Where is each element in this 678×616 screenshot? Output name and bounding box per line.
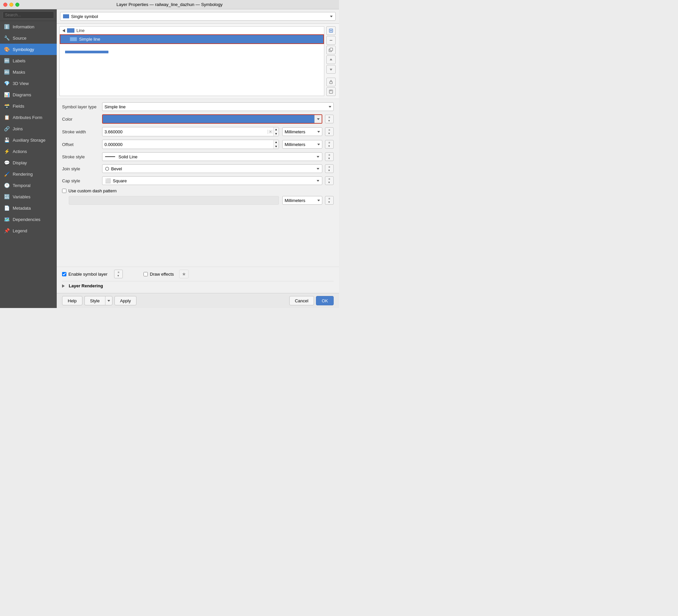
offset-down-button[interactable]: ▼	[274, 144, 278, 149]
color-dropdown-button[interactable]	[314, 115, 322, 123]
footer-right-buttons: Cancel OK	[289, 296, 334, 305]
sidebar-item-attributes[interactable]: 📋 Attributes Form	[0, 112, 57, 123]
sidebar-item-labels[interactable]: 🔤 Labels	[0, 55, 57, 66]
stroke-width-spinner: ▲ ▼	[273, 127, 278, 136]
layer-rendering-collapse-icon	[62, 284, 65, 288]
offset-input[interactable]	[103, 141, 273, 148]
variables-icon: 🔣	[3, 193, 10, 200]
sidebar-label-joins: Joins	[13, 126, 23, 131]
symbol-tree-simpleline-row[interactable]: Simple line	[60, 34, 324, 44]
sidebar-label-labels: Labels	[13, 58, 25, 63]
minimize-button[interactable]	[9, 3, 13, 7]
cap-style-dropdown[interactable]: ⬜ Square	[102, 176, 322, 185]
color-label: Color	[62, 117, 102, 122]
sidebar-label-attributes: Attributes Form	[13, 115, 42, 120]
sidebar-item-symbology[interactable]: 🎨 Symbology	[0, 44, 57, 55]
sidebar-label-auxiliary: Auxiliary Storage	[13, 138, 45, 143]
save-symbol-button[interactable]	[326, 87, 336, 96]
custom-dash-checkbox[interactable]	[62, 189, 66, 193]
sidebar-label-metadata: Metadata	[13, 206, 31, 211]
joins-icon: 🔗	[3, 125, 10, 132]
symbol-type-label: Single symbol	[71, 14, 98, 19]
sidebar-item-metadata[interactable]: 📄 Metadata	[0, 202, 57, 214]
add-symbol-button[interactable]	[326, 26, 336, 35]
sidebar-item-variables[interactable]: 🔣 Variables	[0, 191, 57, 202]
move-down-button[interactable]	[326, 65, 336, 74]
symbol-type-dropdown[interactable]: Single symbol	[60, 12, 336, 20]
move-up-button[interactable]	[326, 55, 336, 64]
style-button[interactable]: Style	[84, 296, 105, 305]
sidebar-item-masks[interactable]: 🔤 Masks	[0, 66, 57, 78]
offset-expression-button[interactable]: ≡▾	[325, 140, 334, 149]
cap-style-icon: ⬜	[105, 178, 111, 183]
join-style-icon: ⬡	[105, 166, 109, 171]
enable-layer-checkbox[interactable]	[62, 272, 66, 276]
symbol-layer-type-dropdown[interactable]: Simple line	[102, 102, 334, 111]
dash-expression-button[interactable]: ≡▾	[325, 196, 334, 205]
sidebar-item-diagrams[interactable]: 📊 Diagrams	[0, 89, 57, 100]
search-input[interactable]	[3, 11, 54, 19]
dash-unit-dropdown[interactable]: Millimeters	[282, 196, 322, 205]
stroke-style-value: Solid Line	[105, 154, 138, 159]
stroke-width-input[interactable]	[103, 128, 267, 135]
stroke-style-expression-button[interactable]: ≡▾	[325, 152, 334, 161]
sidebar: ℹ️ Information 🔧 Source 🎨 Symbology 🔤 La…	[0, 9, 57, 308]
offset-up-button[interactable]: ▲	[274, 140, 278, 144]
ok-button[interactable]: OK	[316, 296, 334, 305]
remove-symbol-button[interactable]	[326, 36, 336, 45]
fields-icon: 🗃️	[3, 103, 10, 109]
cap-style-expression-button[interactable]: ≡▾	[325, 176, 334, 185]
color-expression-button[interactable]: ≡▾	[325, 115, 334, 123]
draw-effects-checkbox[interactable]	[144, 272, 148, 276]
sidebar-item-joins[interactable]: 🔗 Joins	[0, 123, 57, 134]
stroke-width-clear-button[interactable]: ✕	[267, 130, 273, 134]
stroke-width-up-button[interactable]: ▲	[274, 127, 278, 132]
sidebar-item-fields[interactable]: 🗃️ Fields	[0, 100, 57, 112]
cancel-button[interactable]: Cancel	[289, 296, 314, 305]
cap-style-arrow-icon	[317, 180, 319, 182]
join-style-value: Bevel	[111, 166, 122, 171]
sidebar-label-temporal: Temporal	[13, 183, 30, 188]
line-color-icon	[67, 28, 74, 33]
sidebar-item-temporal[interactable]: 🕐 Temporal	[0, 180, 57, 191]
enable-layer-expression-button[interactable]: ≡▾	[114, 270, 123, 278]
stroke-style-dropdown[interactable]: Solid Line	[102, 152, 322, 161]
close-button[interactable]	[3, 3, 7, 7]
sidebar-label-actions: Actions	[13, 149, 27, 154]
draw-effects-star-button[interactable]: ★	[179, 270, 189, 278]
cap-style-row: Cap style ⬜ Square ≡▾	[62, 176, 334, 185]
symbol-layer-type-control: Simple line	[102, 102, 334, 111]
sidebar-item-source[interactable]: 🔧 Source	[0, 32, 57, 44]
sidebar-item-auxiliary[interactable]: 💾 Auxiliary Storage	[0, 134, 57, 146]
stroke-width-down-button[interactable]: ▼	[274, 132, 278, 136]
symbol-type-icon	[63, 14, 69, 18]
sidebar-item-rendering[interactable]: 🖌️ Rendering	[0, 168, 57, 180]
offset-unit-dropdown[interactable]: Millimeters	[282, 140, 322, 149]
temporal-icon: 🕐	[3, 182, 10, 189]
lock-symbol-button[interactable]	[326, 78, 336, 86]
sidebar-item-information[interactable]: ℹ️ Information	[0, 21, 57, 32]
content-area: Single symbol Line Simple line	[57, 9, 339, 308]
symbology-icon: 🎨	[3, 46, 10, 53]
tree-line-label: Line	[76, 28, 85, 33]
stroke-width-expression-button[interactable]: ≡▾	[325, 127, 334, 136]
maximize-button[interactable]	[15, 3, 20, 7]
symbol-tree-line-row[interactable]: Line	[60, 27, 324, 34]
sidebar-item-3dview[interactable]: 💎 3D View	[0, 78, 57, 89]
color-control[interactable]	[102, 114, 322, 124]
duplicate-symbol-button[interactable]	[326, 46, 336, 54]
sidebar-label-display: Display	[13, 160, 27, 165]
diagrams-icon: 📊	[3, 91, 10, 98]
join-style-expression-button[interactable]: ≡▾	[325, 164, 334, 173]
join-style-dropdown[interactable]: ⬡ Bevel	[102, 164, 322, 173]
stroke-width-unit-dropdown[interactable]: Millimeters	[282, 127, 322, 136]
help-button[interactable]: Help	[62, 296, 82, 305]
sidebar-item-dependencies[interactable]: 🗺️ Dependencies	[0, 214, 57, 225]
apply-button[interactable]: Apply	[114, 296, 137, 305]
color-swatch[interactable]	[103, 115, 314, 123]
cap-style-label: Cap style	[62, 178, 102, 183]
sidebar-item-display[interactable]: 💬 Display	[0, 157, 57, 168]
style-arrow-button[interactable]	[105, 296, 112, 305]
sidebar-item-legend[interactable]: 📌 Legend	[0, 225, 57, 236]
sidebar-item-actions[interactable]: ⚡ Actions	[0, 146, 57, 157]
